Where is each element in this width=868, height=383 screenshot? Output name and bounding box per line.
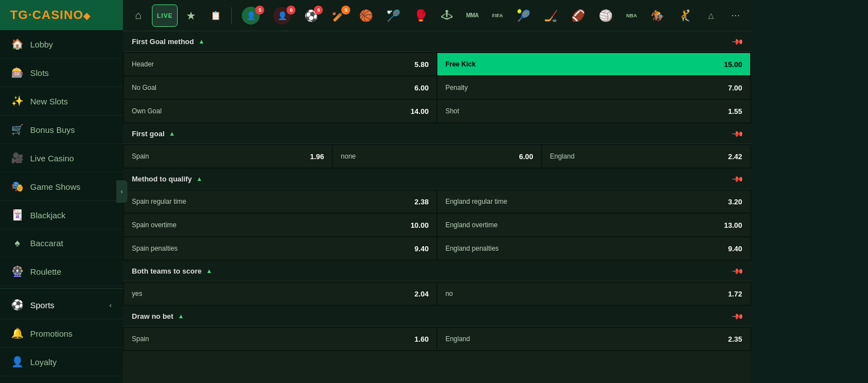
- sports-nav-favorites[interactable]: ★: [180, 4, 202, 27]
- section-header-first-goal[interactable]: First goal ▲ 📌: [123, 123, 751, 144]
- sidebar-collapse-button[interactable]: ‹: [116, 180, 127, 203]
- star-icon: ★: [186, 9, 196, 22]
- sports-icon: ⚽: [11, 299, 23, 311]
- sidebar-label-game-shows: Game Shows: [30, 182, 80, 192]
- bet-cell-spain-draw-no-bet[interactable]: Spain 1.60: [124, 328, 436, 350]
- section-header-draw-no-bet[interactable]: Draw no bet ▲ 📌: [123, 306, 751, 327]
- bet-label: England overtime: [445, 221, 497, 229]
- bet-odds: 15.00: [724, 60, 742, 69]
- sports-nav-esports[interactable]: 🕹: [436, 4, 458, 27]
- bet-cell-spain-overtime[interactable]: Spain overtime 10.00: [124, 214, 436, 236]
- sports-nav-avatar1[interactable]: 👤 5: [236, 4, 265, 27]
- mma-icon: MMA: [466, 12, 478, 18]
- bet-label: Spain regular time: [132, 198, 186, 205]
- sidebar-item-lobby[interactable]: 🏠 Lobby: [0, 30, 123, 59]
- betting-content: First Goal method ▲ 📌 Header 5.80 Free K…: [123, 31, 751, 383]
- sidebar-item-game-shows[interactable]: 🎭 Game Shows: [0, 173, 123, 201]
- loyalty-icon: 👤: [11, 356, 23, 368]
- sports-nav-handball[interactable]: 🤾: [673, 4, 698, 27]
- sidebar-label-loyalty: Loyalty: [30, 357, 57, 367]
- bet-cell-england-overtime[interactable]: England overtime 13.00: [437, 214, 750, 236]
- bet-cell-england-regular-time[interactable]: England regular time 3.20: [437, 190, 750, 213]
- sports-nav-horse-racing[interactable]: 🏇: [645, 4, 670, 27]
- sidebar-item-baccarat[interactable]: ♠ Baccarat: [0, 229, 123, 257]
- bet-cell-england-penalties[interactable]: England penalties 9.40: [437, 237, 750, 260]
- bet-grid-method-to-qualify: Spain regular time 2.38 England regular …: [123, 189, 751, 261]
- chevron-left-icon: ‹: [109, 301, 112, 309]
- sports-nav-mma[interactable]: MMA: [460, 4, 484, 27]
- sidebar-item-new-slots[interactable]: ✨ New Slots: [0, 87, 123, 116]
- sports-nav-cricket[interactable]: 🏏 5: [326, 4, 351, 27]
- sidebar-item-roulette[interactable]: 🎡 Roulette: [0, 257, 123, 286]
- bet-odds: 2.38: [414, 198, 428, 206]
- main-content: ⌂ LIVE ★ 📋 👤 5 👤 6 ⚽: [123, 0, 751, 383]
- soccer-badge: 6: [314, 6, 323, 15]
- game-shows-icon: 🎭: [11, 180, 23, 193]
- bet-cell-none-first-goal[interactable]: none 6.00: [333, 145, 541, 167]
- bet-odds: 1.96: [310, 152, 324, 161]
- bet-label: Penalty: [445, 84, 468, 92]
- sidebar: TG·CASINO◆ 🏠 Lobby 🎰 Slots ✨ New Slots 🛒…: [0, 0, 123, 383]
- sidebar-item-loyalty[interactable]: 👤 Loyalty: [0, 348, 123, 376]
- sports-nav-boxing[interactable]: 🥊: [408, 4, 433, 27]
- bet-cell-penalty[interactable]: Penalty 7.00: [437, 76, 750, 99]
- sports-nav-nba[interactable]: NBA: [621, 4, 643, 27]
- pin-icon: 📌: [731, 172, 744, 185]
- bet-label: Spain: [132, 152, 149, 160]
- sports-nav-americanfootball[interactable]: 🏈: [566, 4, 591, 27]
- american-football-icon: 🏈: [571, 9, 585, 22]
- bet-cell-spain-penalties[interactable]: Spain penalties 9.40: [124, 237, 436, 260]
- sidebar-item-sports[interactable]: ⚽ Sports ‹: [0, 291, 123, 319]
- bet-cell-spain-regular-time[interactable]: Spain regular time 2.38: [124, 190, 436, 213]
- sports-nav-basketball[interactable]: 🏀: [354, 4, 379, 27]
- bet-cell-own-goal[interactable]: Own Goal 14.00: [124, 100, 436, 122]
- bet-odds: 6.00: [414, 84, 428, 92]
- bet-label: England: [550, 152, 575, 160]
- bet-cell-header[interactable]: Header 5.80: [124, 53, 436, 75]
- bet-cell-free-kick[interactable]: Free Kick 15.00: [437, 53, 750, 75]
- sports-nav-badminton[interactable]: 🏸: [381, 4, 406, 27]
- bet-cell-yes[interactable]: yes 2.04: [124, 283, 436, 305]
- sidebar-item-live-casino[interactable]: 🎥 Live Casino: [0, 144, 123, 173]
- sports-nav-more[interactable]: ⋯: [724, 4, 747, 27]
- avatar2-badge: 6: [287, 6, 295, 15]
- bet-cell-england-first-goal[interactable]: England 2.42: [542, 145, 750, 167]
- sidebar-item-slots[interactable]: 🎰 Slots: [0, 59, 123, 87]
- sports-nav-tennis[interactable]: 🎾: [511, 4, 536, 27]
- sports-nav-home[interactable]: ⌂: [127, 4, 150, 27]
- boxing-icon: 🥊: [414, 9, 428, 22]
- bet-label: No Goal: [132, 84, 156, 92]
- bet-odds: 2.35: [728, 335, 742, 343]
- sports-nav-all-bets[interactable]: 📋: [204, 4, 227, 27]
- sports-nav-soccer[interactable]: ⚽ 6: [299, 4, 324, 27]
- sports-nav-live[interactable]: LIVE: [152, 4, 178, 27]
- bet-cell-no[interactable]: no 1.72: [437, 283, 750, 305]
- bet-label: Spain overtime: [132, 221, 177, 229]
- bet-odds: 5.80: [414, 60, 428, 69]
- section-header-first-goal-method[interactable]: First Goal method ▲ 📌: [123, 31, 751, 52]
- section-title-first-goal: First goal: [132, 130, 165, 138]
- bet-label: England regular time: [445, 198, 507, 205]
- bet-cell-england-draw-no-bet[interactable]: England 2.35: [437, 328, 750, 350]
- sports-nav-avatar2[interactable]: 👤 6: [268, 4, 297, 27]
- bet-label: Spain: [132, 335, 149, 343]
- sports-nav-volleyball[interactable]: 🏐: [593, 4, 618, 27]
- section-header-method-to-qualify[interactable]: Method to qualify ▲ 📌: [123, 169, 751, 189]
- live-casino-icon: 🎥: [11, 152, 23, 164]
- sports-nav-fifa[interactable]: FIFA: [487, 4, 509, 27]
- section-title-both-teams-score: Both teams to score: [132, 267, 202, 275]
- basketball-icon: 🏀: [359, 9, 373, 22]
- bet-cell-no-goal[interactable]: No Goal 6.00: [124, 76, 436, 99]
- sidebar-item-blackjack[interactable]: 🃏 Blackjack: [0, 201, 123, 229]
- sidebar-item-ac-milan[interactable]: ⚡ AC Milan: [0, 376, 123, 383]
- sidebar-item-bonus-buys[interactable]: 🛒 Bonus Buys: [0, 116, 123, 144]
- sidebar-item-promotions[interactable]: 🔔 Promotions: [0, 319, 123, 348]
- bet-odds: 9.40: [414, 245, 428, 253]
- bet-cell-shot[interactable]: Shot 1.55: [437, 100, 750, 122]
- bet-grid-first-goal: Spain 1.96 none 6.00 England 2.42: [123, 144, 751, 169]
- section-header-both-teams-score[interactable]: Both teams to score ▲ 📌: [123, 261, 751, 281]
- bet-cell-spain-first-goal[interactable]: Spain 1.96: [124, 145, 332, 167]
- sports-nav-hockey[interactable]: 🏒: [538, 4, 564, 27]
- sports-nav-triangle[interactable]: △: [700, 4, 722, 27]
- roulette-icon: 🎡: [11, 265, 23, 277]
